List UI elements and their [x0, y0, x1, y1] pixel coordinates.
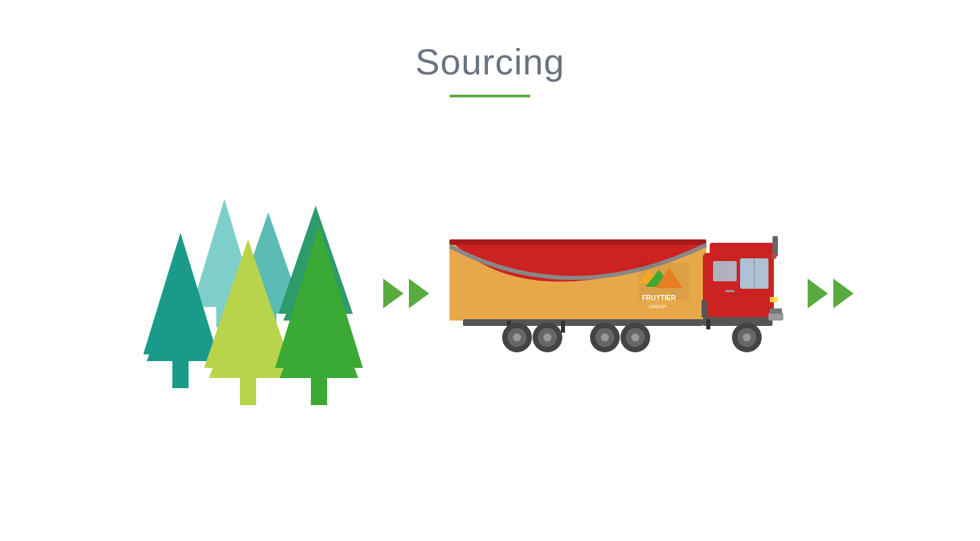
svg-rect-37	[561, 321, 565, 333]
svg-rect-17	[311, 378, 327, 405]
svg-rect-27	[702, 300, 707, 317]
forest-illustration	[106, 179, 363, 408]
page-title: Sourcing	[0, 41, 980, 83]
svg-point-50	[631, 333, 639, 342]
svg-rect-19	[449, 239, 706, 245]
svg-rect-34	[463, 319, 703, 326]
truck-illustration: FRUYTIER GROUP	[449, 226, 787, 361]
svg-text:FRUYTIER: FRUYTIER	[642, 294, 677, 302]
svg-rect-35	[703, 317, 773, 326]
main-content: FRUYTIER GROUP	[0, 97, 980, 490]
svg-point-57	[771, 254, 777, 259]
left-arrows	[383, 279, 429, 308]
right-arrow-1	[808, 279, 828, 308]
svg-point-44	[543, 333, 552, 342]
left-arrow-2	[409, 279, 429, 308]
svg-rect-11	[172, 361, 189, 388]
svg-point-53	[743, 333, 751, 342]
svg-rect-56	[770, 297, 778, 302]
svg-rect-38	[706, 319, 710, 329]
page-header: Sourcing	[0, 0, 980, 97]
svg-rect-24	[713, 261, 737, 281]
svg-text:GROUP: GROUP	[649, 304, 666, 309]
right-arrow-2	[833, 279, 854, 308]
svg-rect-21	[710, 243, 774, 256]
svg-rect-26	[773, 236, 778, 256]
right-arrows	[808, 279, 854, 308]
svg-point-47	[601, 333, 609, 342]
svg-rect-55	[770, 308, 782, 314]
svg-point-41	[513, 333, 521, 342]
svg-rect-14	[240, 378, 256, 405]
left-arrow-1	[383, 279, 403, 308]
svg-rect-25	[725, 290, 735, 292]
